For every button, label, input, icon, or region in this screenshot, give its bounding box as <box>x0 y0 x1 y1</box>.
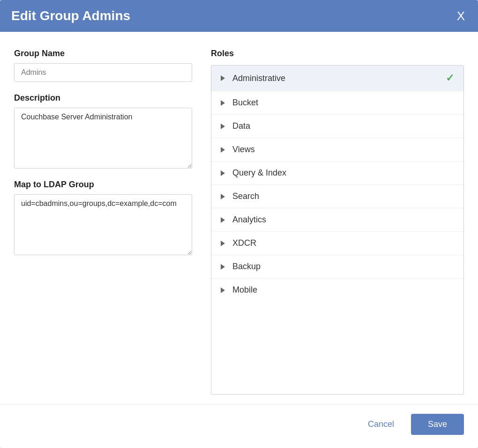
description-textarea[interactable]: Couchbase Server Administration <box>14 108 192 169</box>
role-item[interactable]: Administrative✓ <box>211 66 463 91</box>
role-name: Query & Index <box>232 168 454 178</box>
role-item[interactable]: Search <box>211 185 463 208</box>
chevron-right-icon <box>221 287 225 293</box>
chevron-right-icon <box>221 124 225 129</box>
chevron-right-icon <box>221 194 225 199</box>
right-panel: Roles Administrative✓BucketDataViewsQuer… <box>211 49 464 395</box>
ldap-input[interactable]: uid=cbadmins,ou=groups,dc=example,dc=com <box>14 194 192 255</box>
modal-body: Group Name Description Couchbase Server … <box>0 32 478 404</box>
role-name: Analytics <box>232 215 454 225</box>
roles-list: Administrative✓BucketDataViewsQuery & In… <box>211 65 464 395</box>
chevron-right-icon <box>221 75 225 81</box>
role-item[interactable]: Analytics <box>211 208 463 232</box>
chevron-right-icon <box>221 217 225 223</box>
group-name-input[interactable] <box>14 63 192 82</box>
role-item[interactable]: Query & Index <box>211 162 463 185</box>
role-item[interactable]: Views <box>211 138 463 162</box>
modal-footer: Cancel Save <box>0 404 478 448</box>
role-item[interactable]: Data <box>211 115 463 138</box>
role-name: Data <box>232 121 454 131</box>
role-name: Mobile <box>232 285 454 295</box>
checkmark-icon: ✓ <box>446 72 454 84</box>
roles-label: Roles <box>211 49 464 59</box>
group-name-label: Group Name <box>14 49 192 59</box>
chevron-right-icon <box>221 264 225 270</box>
role-name: Administrative <box>232 73 446 83</box>
modal-title: Edit Group Admins <box>11 8 130 23</box>
role-name: XDCR <box>232 238 454 248</box>
role-name: Bucket <box>232 98 454 108</box>
chevron-right-icon <box>221 170 225 176</box>
chevron-right-icon <box>221 100 225 106</box>
edit-group-admins-modal: Edit Group Admins X Group Name Descripti… <box>0 0 478 448</box>
role-item[interactable]: XDCR <box>211 232 463 255</box>
chevron-right-icon <box>221 147 225 153</box>
role-name: Backup <box>232 262 454 272</box>
role-name: Search <box>232 191 454 201</box>
description-label: Description <box>14 93 192 103</box>
role-item[interactable]: Mobile <box>211 279 463 301</box>
cancel-button[interactable]: Cancel <box>358 415 403 434</box>
ldap-label: Map to LDAP Group <box>14 180 192 190</box>
close-button[interactable]: X <box>455 10 467 22</box>
role-item[interactable]: Bucket <box>211 91 463 115</box>
save-button[interactable]: Save <box>411 414 464 435</box>
role-name: Views <box>232 145 454 154</box>
chevron-right-icon <box>221 241 225 246</box>
role-item[interactable]: Backup <box>211 255 463 279</box>
left-panel: Group Name Description Couchbase Server … <box>14 49 192 395</box>
modal-header: Edit Group Admins X <box>0 0 478 32</box>
